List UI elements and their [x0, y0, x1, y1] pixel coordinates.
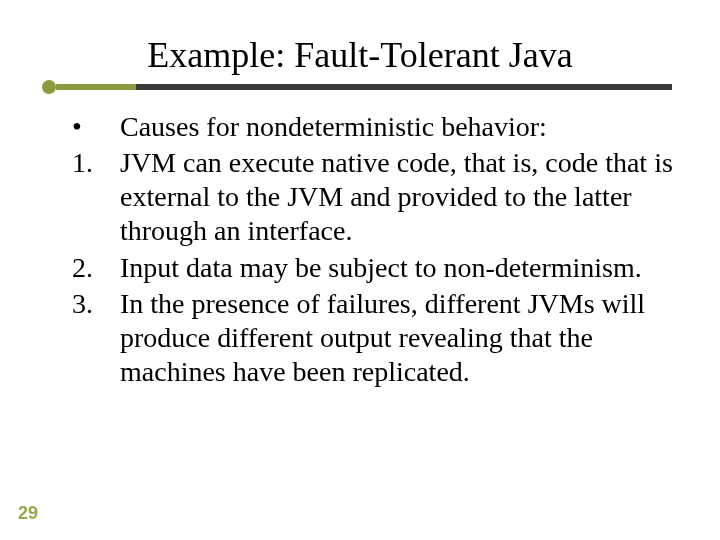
number-marker: 3.: [72, 287, 120, 389]
body-content: • Causes for nondeterministic behavior: …: [72, 110, 682, 391]
number-marker: 2.: [72, 251, 120, 285]
title-underline: [42, 84, 672, 90]
list-text: Input data may be subject to non-determi…: [120, 251, 682, 285]
accent-bar: [56, 84, 136, 90]
list-text: JVM can execute native code, that is, co…: [120, 146, 682, 248]
slide-title: Example: Fault-Tolerant Java: [0, 34, 720, 76]
underline-bar: [136, 84, 672, 90]
list-item: 3. In the presence of failures, differen…: [72, 287, 682, 389]
list-item: 2. Input data may be subject to non-dete…: [72, 251, 682, 285]
accent-dot-icon: [42, 80, 56, 94]
list-text: Causes for nondeterministic behavior:: [120, 110, 682, 144]
list-item: • Causes for nondeterministic behavior:: [72, 110, 682, 144]
list-item: 1. JVM can execute native code, that is,…: [72, 146, 682, 248]
bullet-marker: •: [72, 110, 120, 144]
list-text: In the presence of failures, different J…: [120, 287, 682, 389]
slide: Example: Fault-Tolerant Java • Causes fo…: [0, 0, 720, 540]
number-marker: 1.: [72, 146, 120, 248]
page-number: 29: [18, 503, 38, 524]
